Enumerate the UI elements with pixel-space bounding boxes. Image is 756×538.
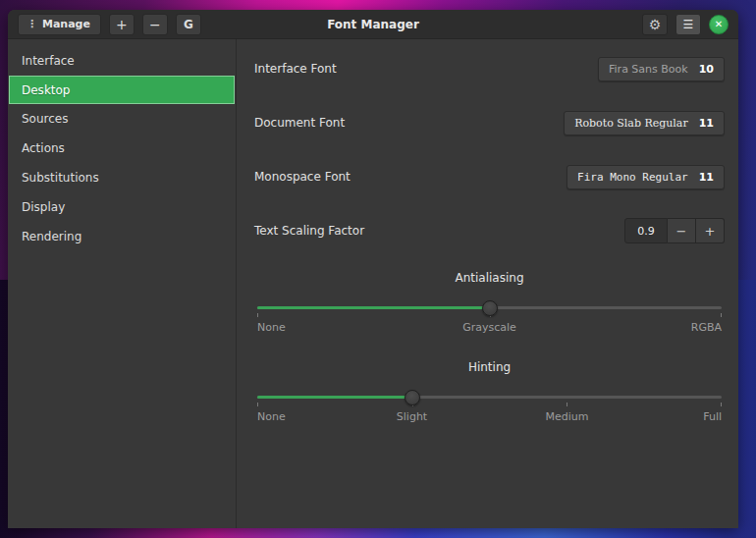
sidebar-item-display[interactable]: Display [9, 192, 235, 222]
kebab-menu-icon: ⋮ [27, 18, 37, 30]
antialiasing-slider-labels: None Grayscale RGBA [257, 321, 722, 335]
slider-tick [567, 403, 567, 406]
decrease-scaling-button[interactable]: − [668, 218, 696, 243]
desktop-preferences-panel: Interface Font Fira Sans Book 10 Documen… [237, 39, 738, 528]
close-icon: ✕ [715, 19, 723, 29]
slider-stop-rgba[interactable]: RGBA [691, 321, 722, 334]
monospace-font-button[interactable]: Fira Mono Regular 11 [567, 165, 725, 189]
document-font-size: 11 [699, 117, 714, 130]
sidebar-item-desktop[interactable]: Desktop [9, 76, 235, 104]
app-menu-button[interactable]: ☰ [675, 14, 701, 35]
hamburger-menu-icon: ☰ [683, 18, 694, 31]
antialiasing-slider[interactable] [257, 300, 722, 316]
antialiasing-section: Antialiasing None Grayscale RGBA [254, 271, 725, 335]
preferences-sidebar: Interface Desktop Sources Actions Substi… [8, 39, 237, 528]
slider-stop-grayscale[interactable]: Grayscale [462, 321, 516, 334]
document-font-label: Document Font [254, 116, 345, 130]
text-scaling-label: Text Scaling Factor [254, 224, 364, 238]
settings-button[interactable]: ⚙ [642, 14, 668, 35]
text-scaling-row: Text Scaling Factor 0.9 − + [254, 217, 725, 244]
slider-stop-none[interactable]: None [257, 410, 286, 423]
sidebar-item-rendering[interactable]: Rendering [9, 222, 235, 251]
interface-font-label: Interface Font [254, 62, 337, 76]
increase-scaling-button[interactable]: + [696, 218, 725, 243]
slider-fill [257, 306, 490, 309]
slider-handle[interactable] [405, 390, 420, 405]
antialiasing-title: Antialiasing [254, 271, 725, 285]
monospace-font-row: Monospace Font Fira Mono Regular 11 [254, 163, 725, 190]
gear-icon: ⚙ [649, 17, 662, 32]
sidebar-item-sources[interactable]: Sources [9, 104, 235, 134]
hinting-slider-labels: None Slight Medium Full [257, 410, 722, 424]
manage-button-label: Manage [42, 18, 90, 30]
google-fonts-button[interactable]: G [176, 14, 201, 35]
slider-stop-medium[interactable]: Medium [545, 410, 588, 423]
monospace-font-size: 11 [699, 171, 714, 184]
monospace-font-value: Fira Mono Regular [577, 171, 688, 184]
interface-font-row: Interface Font Fira Sans Book 10 [254, 55, 725, 82]
slider-stop-full[interactable]: Full [703, 410, 722, 423]
manage-button[interactable]: ⋮ Manage [18, 14, 101, 35]
document-font-value: Roboto Slab Regular [574, 117, 688, 130]
monospace-font-label: Monospace Font [254, 170, 351, 184]
interface-font-size: 10 [699, 63, 714, 76]
titlebar: ⋮ Manage + − G Font Manager ⚙ ☰ ✕ [8, 10, 738, 39]
sidebar-item-actions[interactable]: Actions [9, 134, 235, 163]
slider-fill [257, 396, 412, 399]
text-scaling-spinbox: 0.9 − + [624, 218, 725, 243]
hinting-section: Hinting None Slight Medium F [254, 360, 725, 424]
font-manager-window: ⋮ Manage + − G Font Manager ⚙ ☰ ✕ [8, 10, 738, 528]
document-font-row: Document Font Roboto Slab Regular 11 [254, 109, 725, 136]
close-window-button[interactable]: ✕ [709, 15, 729, 34]
document-font-button[interactable]: Roboto Slab Regular 11 [564, 111, 725, 135]
sidebar-item-substitutions[interactable]: Substitutions [9, 163, 235, 192]
text-scaling-value-input[interactable]: 0.9 [624, 218, 668, 243]
slider-tick [721, 403, 722, 406]
add-fonts-button[interactable]: + [109, 14, 135, 35]
slider-tick [257, 403, 258, 406]
interface-font-button[interactable]: Fira Sans Book 10 [598, 57, 725, 81]
remove-fonts-button[interactable]: − [142, 14, 168, 35]
interface-font-value: Fira Sans Book [609, 63, 688, 76]
slider-tick [721, 313, 722, 317]
sidebar-item-interface[interactable]: Interface [9, 46, 235, 76]
slider-stop-slight[interactable]: Slight [397, 410, 427, 423]
hinting-title: Hinting [254, 360, 725, 374]
hinting-slider[interactable] [257, 390, 722, 405]
slider-stop-none[interactable]: None [257, 321, 286, 334]
desktop-wallpaper: ⋮ Manage + − G Font Manager ⚙ ☰ ✕ [0, 0, 756, 538]
slider-tick [257, 313, 258, 317]
slider-handle[interactable] [482, 300, 498, 316]
